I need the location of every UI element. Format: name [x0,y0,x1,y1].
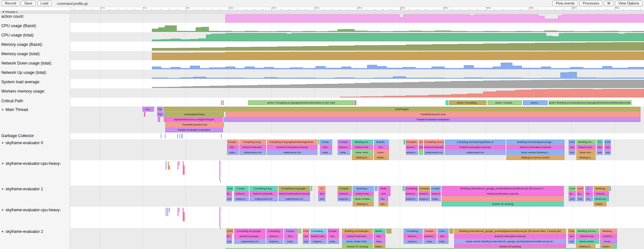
skyframe-evaluator-0-slice[interactable]: Building src... [576,140,596,144]
skyframe-evaluator-0-slice[interactable]: Waiting to borrow worker [506,155,564,160]
skyframe-evaluator-0-slice[interactable]: ActionContinuati... [424,145,444,150]
skyframe-evaluator-1-slice[interactable]: Compil... [234,186,249,191]
counter-chart-cpu-usage-bazel[interactable] [70,23,644,32]
skyframe-evaluator-1-slice[interactable]: Ac... [226,191,232,196]
skyframe-evaluator-1-slice[interactable]: subp... [431,196,441,201]
skyframe-evaluator-1-slice[interactable]: subproc... [405,196,418,201]
main-thread-slice[interactable]: Par [157,107,163,112]
skyframe-evaluator-2-slice[interactable]: Acti... [328,234,339,239]
skyframe-evaluator-1-slice[interactable]: Waiting to... [353,202,374,206]
skyframe-evaluator-2-slice[interactable]: subp... [284,239,298,244]
counter-chart-memory-usage-bazel[interactable] [70,42,644,51]
main-thread-slice[interactable]: ParallelEvaluator.eval [165,122,224,127]
skyframe-evaluator-2-slice[interactable]: subproc... [310,239,327,244]
skyframe-evaluator-0-slice[interactable]: Compiling src/g... [239,140,266,144]
process-header[interactable]: ▼ Process 1 [0,10,644,14]
skyframe-evaluator-cpu-heavy-2-slice[interactable] [167,208,168,216]
critical-path-slice[interactable]: action... [523,100,548,105]
skyframe-evaluator-1-slice[interactable]: Wai... [379,202,388,206]
skyframe-evaluator-1-slice[interactable]: ActionC... [594,191,609,196]
skyframe-evaluator-1-slice[interactable]: Compiling src/google... [279,186,310,191]
skyframe-evaluator-2-slice[interactable]: Building src/ma... [576,229,599,234]
skyframe-evaluator-1-slice[interactable]: ActionContinuati... [250,191,278,196]
skyframe-evaluator-0-slice[interactable]: Act [604,145,611,150]
main-thread-slice[interactable]: skyframeExecutor.configureTargets [165,117,223,122]
skyframe-evaluator-2-slice[interactable]: Ac... [226,234,232,239]
collapse-arrow-icon[interactable]: ▼ [1,188,4,191]
skyframe-evaluator-2-slice[interactable]: Compi... [284,229,298,234]
track-label-skyframe-evaluator-cpu-heavy[interactable]: ▼skyframe-evaluator-cpu-heavy- [1,208,61,212]
skyframe-evaluator-0-slice[interactable]: Compil... [338,140,351,144]
main-thread-slice[interactable]: buildTargets [163,107,640,112]
counter-chart-network-down-usage[interactable] [70,61,644,69]
skyframe-evaluator-1-slice[interactable]: subproc... [234,196,249,201]
skyframe-evaluator-1-slice[interactable]: Com [569,186,576,191]
skyframe-evaluator-2-slice[interactable]: Compil... [328,229,339,234]
skyframe-evaluator-2-slice[interactable]: subprocess.run [234,239,265,244]
skyframe-evaluator-1-slice[interactable] [375,186,378,191]
skyframe-evaluator-2-slice[interactable]: ActionC... [600,234,617,239]
skyframe-evaluator-1-slice[interactable]: Jav... [379,196,388,201]
skyframe-evaluator-1-slice[interactable] [442,196,564,201]
counter-chart-action-count[interactable] [70,14,644,23]
skyframe-evaluator-2-slice[interactable]: subproc... [404,239,423,244]
skyframe-evaluator-1-slice[interactable]: su... [585,196,593,201]
skyframe-evaluator-2-slice[interactable]: Javac worker... [576,239,599,244]
skyframe-evaluator-0-slice[interactable] [318,140,319,144]
skyframe-evaluator-1-slice[interactable] [609,186,611,191]
skyframe-evaluator-1-slice[interactable]: ActionC... [338,191,352,196]
skyframe-evaluator-0-slice[interactable]: Javac work... [352,150,373,155]
main-thread-slice[interactable] [163,112,165,117]
skyframe-evaluator-0-slice[interactable]: subproc... [406,150,418,155]
skyframe-evaluator-2-slice[interactable]: Com [568,229,575,234]
timeline-tracks[interactable]: action 'Compiling src/google/protobuf/de… [0,14,644,249]
counter-chart-cpu-usage-total[interactable] [70,33,644,41]
skyframe-evaluator-1-slice[interactable] [311,186,312,191]
skyframe-evaluator-2-slice[interactable]: sub [568,239,575,244]
skyframe-evaluator-0-slice[interactable]: Compilin... [406,140,418,144]
skyframe-evaluator-0-slice[interactable]: Building src/main/java/com/go... [506,140,564,144]
skyframe-evaluator-1-slice[interactable]: subproc... [419,196,430,201]
skyframe-evaluator-2-slice[interactable]: ActionContinuati... [234,234,265,239]
skyframe-evaluator-cpu-heavy-2-slice[interactable] [178,208,178,216]
skyframe-evaluator-0-slice[interactable]: ActionContinuation.execute [506,145,564,150]
skyframe-evaluator-0-slice[interactable]: Com [604,140,611,144]
skyframe-evaluator-0-slice[interactable]: Act [569,145,575,150]
main-thread-slice[interactable] [144,112,145,117]
skyframe-evaluator-1-slice[interactable]: Worker #1 working [442,202,564,206]
skyframe-evaluator-0-slice[interactable]: Compiling src/main/cpp/blaze.cc [445,140,505,144]
skyframe-evaluator-0-slice[interactable]: subprocess.run [267,150,317,155]
skyframe-evaluator-0-slice[interactable]: Com [569,140,575,144]
collapse-arrow-icon[interactable]: ▼ [1,209,4,212]
skyframe-evaluator-1-slice[interactable]: Com [577,186,584,191]
main-thread-slice[interactable]: runAnalysisPhase [165,112,224,117]
skyframe-evaluator-1-slice[interactable]: subprocess.run [250,196,278,201]
track-label-main-thread[interactable]: ▼Main Thread [1,107,28,112]
counter-chart-workers-memory-usage[interactable] [70,89,644,97]
critical-path-slice[interactable] [223,100,224,105]
record-button[interactable]: Record [2,1,19,6]
skyframe-evaluator-cpu-heavy-1-slice[interactable] [219,170,220,175]
skyframe-evaluator-2-slice[interactable]: Building external/com_google_protobuf/ja… [454,229,566,234]
skyframe-evaluator-2-slice[interactable]: Act [568,234,575,239]
skyframe-evaluator-cpu-heavy-1-slice[interactable] [220,181,221,183]
track-label-skyframe-evaluator-cpu-heavy[interactable]: ▼skyframe-evaluator-cpu-heavy- [1,161,61,166]
skyframe-evaluator-1-slice[interactable]: ActionC... [234,191,249,196]
critical-path-slice[interactable]: action 'Compili... [487,100,522,105]
skyframe-evaluator-cpu-heavy-2-slice[interactable] [169,208,170,212]
skyframe-evaluator-0-slice[interactable]: sub [597,150,603,155]
main-thread-slice[interactable]: Par [157,112,163,117]
skyframe-evaluator-cpu-heavy-1-slice[interactable] [219,175,220,181]
skyframe-evaluator-2-slice[interactable]: Buildi... [374,229,385,234]
skyframe-evaluator-1-slice[interactable]: Ac... [569,191,576,196]
metadata-button[interactable]: M [604,1,613,6]
skyframe-evaluator-2-slice[interactable]: Com [226,229,233,234]
skyframe-evaluator-1-slice[interactable]: ActionContinuation.execute [279,191,310,196]
skyframe-evaluator-cpu-heavy-2-slice[interactable] [184,212,185,221]
skyframe-evaluator-cpu-heavy-2-slice[interactable] [220,227,221,229]
skyframe-evaluator-0-slice[interactable]: subp... [227,150,239,155]
critical-path-slice[interactable] [446,100,448,105]
view-options-button[interactable]: View Options [615,1,642,6]
skyframe-evaluator-2-slice[interactable]: Javac ... [600,239,617,244]
timeline-ruler[interactable]: -5 s0 s5 s10 s15 s20 s25 s30 s35 s40 s45… [70,7,644,10]
